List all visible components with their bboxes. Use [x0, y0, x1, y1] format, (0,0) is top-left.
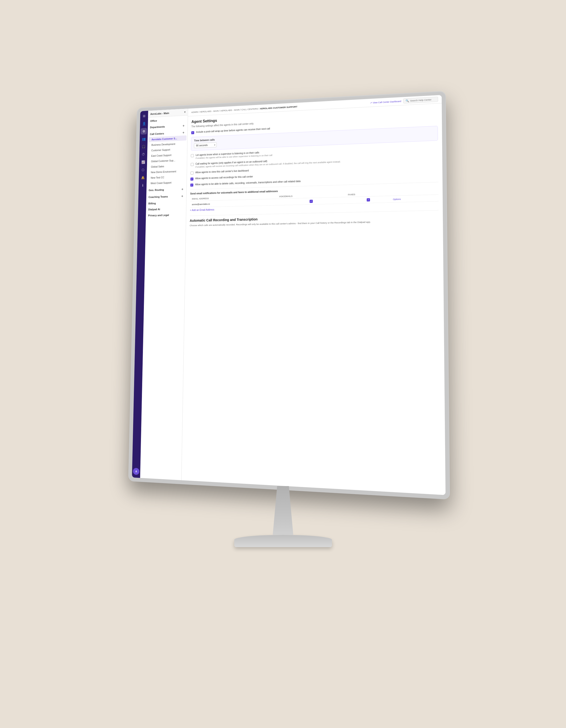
nav-item-label: Global Customer Sup...	[151, 159, 175, 163]
chevron-down-icon: ▾	[184, 111, 186, 114]
search-input[interactable]	[410, 98, 436, 102]
voicemails-checkbox[interactable]	[310, 200, 313, 203]
time-select-wrapper: 90 seconds	[194, 142, 216, 148]
dialpad-icon[interactable]: ⊞	[141, 113, 147, 119]
add-callcenter-button[interactable]: +	[181, 131, 185, 135]
search-icon: 🔍	[405, 99, 409, 103]
faxes-check-cell[interactable]	[346, 196, 391, 204]
add-email-button[interactable]: + Add an Email Address	[190, 207, 214, 213]
clock-icon[interactable]: ⏱	[140, 151, 146, 158]
supervisor-listening-checkbox[interactable]	[191, 154, 194, 157]
content-scroll: Agent Settings The following settings af…	[181, 103, 446, 495]
nav-item-label: Business Development	[151, 143, 175, 146]
delete-calls-checkbox[interactable]	[190, 184, 193, 187]
app-container: ⊞ 👤 ⚙ 👥 🎧 ⏱ 📈 ⬡ 🔔 ℹ A AeroLabs -	[132, 95, 446, 495]
main-content: ADMIN / AEROLABS - MAIN / AEROLABS - MAI…	[181, 95, 446, 495]
nav-section-privacy: Privacy and Legal	[146, 211, 186, 218]
search-box: 🔍	[403, 97, 438, 104]
nav-item-new-demo[interactable]: New Demo Environment	[147, 168, 186, 175]
headset-icon[interactable]: 🎧	[140, 143, 146, 150]
nav-item-global-sales[interactable]: Global Sales	[148, 163, 186, 169]
org-name: AeroLabs - Main	[150, 112, 169, 115]
screen-bezel: ⊞ 👤 ⚙ 👥 🎧 ⏱ 📈 ⬡ 🔔 ℹ A AeroLabs -	[128, 91, 450, 499]
view-dashboard-button[interactable]: ↗ View Call Center Dashboard	[370, 100, 401, 104]
call-waiting-checkbox[interactable]	[190, 163, 193, 166]
contacts-icon[interactable]: 👤	[141, 120, 147, 127]
nav-section-label-office: Office	[150, 119, 157, 123]
nav-section-label-privacy: Privacy and Legal	[148, 214, 169, 217]
nav-item-label: Aerolabs Customer S...	[151, 137, 177, 141]
left-nav: AeroLabs - Main ▾ Office Departments +	[140, 109, 188, 480]
avatar[interactable]: A	[133, 468, 139, 475]
settings-icon[interactable]: ⚙	[140, 128, 147, 135]
nav-section-label-billing: Billing	[148, 202, 156, 205]
nav-section-coaching: Coaching Teams +	[146, 192, 186, 200]
users-icon[interactable]: 👥	[140, 136, 147, 142]
nav-item-label: New Test CC	[150, 176, 164, 179]
nav-item-label: Customer Support	[151, 148, 170, 152]
nav-item-new-test-cc[interactable]: New Test CC	[147, 174, 186, 180]
breadcrumb-current: AEROLABS CUSTOMER SUPPORT	[260, 105, 297, 110]
nav-item-label: New Demo Environment	[151, 170, 176, 174]
nav-item-label: West Coast Support	[150, 181, 171, 185]
screen-inner: ⊞ 👤 ⚙ 👥 🎧 ⏱ 📈 ⬡ 🔔 ℹ A AeroLabs -	[132, 95, 446, 495]
add-coaching-button[interactable]: +	[180, 194, 184, 198]
info-icon[interactable]: ℹ	[139, 182, 146, 189]
view-dashboard-label: View Call Center Dashboard	[373, 100, 401, 104]
view-dashboard-checkbox[interactable]	[190, 172, 193, 175]
dashboard-icon: ↗	[370, 102, 372, 104]
analytics-icon[interactable]: 📈	[140, 159, 146, 165]
nav-item-label: Global Sales	[151, 165, 164, 168]
integrations-icon[interactable]: ⬡	[140, 166, 146, 173]
notifications-icon[interactable]: 🔔	[139, 174, 146, 181]
time-between-calls-select[interactable]: 90 seconds	[194, 142, 216, 148]
breadcrumb-part-admin: ADMIN / AEROLABS - MAIN / AEROLABS - MAI…	[191, 107, 260, 114]
options-button[interactable]: Options	[393, 198, 401, 200]
add-department-button[interactable]: +	[181, 124, 185, 128]
nav-section-label-geo: Geo. Routing	[148, 188, 164, 192]
add-geo-button[interactable]: +	[180, 187, 184, 191]
nav-item-label: East Coast Support	[151, 154, 171, 157]
nav-section-label-departments: Departments	[150, 125, 165, 129]
nav-section-label-dialpad-ai: Dialpad Ai	[148, 208, 160, 211]
monitor-neck	[268, 486, 298, 535]
options-cell: Options	[391, 195, 438, 202]
monitor-base	[234, 535, 332, 547]
nav-section-label-coaching: Coaching Teams	[148, 195, 168, 198]
wrap-up-checkbox[interactable]	[191, 131, 194, 134]
nav-section-label-callcenters: Call Centers	[150, 132, 164, 135]
access-recordings-checkbox[interactable]	[190, 177, 193, 181]
faxes-checkbox[interactable]	[367, 198, 370, 201]
monitor: ⊞ 👤 ⚙ 👥 🎧 ⏱ 📈 ⬡ 🔔 ℹ A AeroLabs -	[112, 95, 454, 633]
